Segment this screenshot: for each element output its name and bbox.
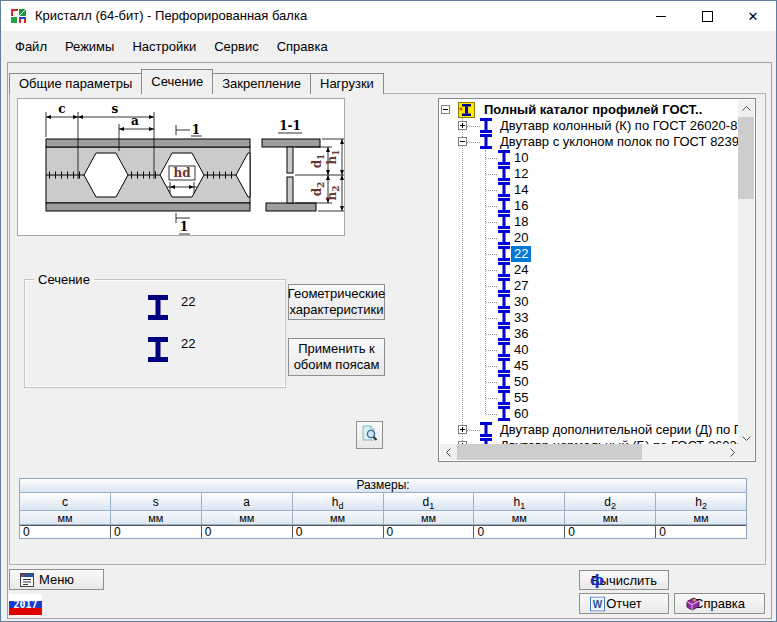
tree-connector: [486, 350, 497, 351]
tree-item-label[interactable]: 40: [511, 342, 531, 358]
tree-item-label[interactable]: 12: [511, 166, 531, 182]
upper-section-value: 22: [181, 294, 195, 309]
tree-item[interactable]: 55: [440, 390, 739, 406]
table-value-cell[interactable]: 0: [565, 525, 656, 538]
tree-collapse-icon[interactable]: [458, 137, 467, 146]
menu-button[interactable]: Меню: [9, 569, 104, 590]
geometry-characteristics-button[interactable]: Геометрическиехарактеристики: [288, 284, 385, 320]
table-values-row: 00000000: [20, 525, 746, 538]
tree-item-label[interactable]: 14: [511, 182, 531, 198]
maximize-button[interactable]: [684, 1, 730, 31]
menu-settings[interactable]: Настройки: [123, 36, 205, 57]
apply-to-both-chords-button[interactable]: Применить кобоим поясам: [288, 338, 385, 376]
report-button[interactable]: W Отчет: [579, 593, 669, 614]
minimize-button[interactable]: [638, 1, 684, 31]
tree-item[interactable]: 24: [440, 262, 739, 278]
tab-general-params[interactable]: Общие параметры: [9, 73, 142, 94]
table-value-cell[interactable]: 0: [474, 525, 565, 538]
table-col-header: h2: [656, 493, 746, 511]
tree-connector: [486, 238, 497, 239]
tree-item-label[interactable]: Двутавр дополнительной серии (Д) по ГОСТ…: [497, 422, 739, 438]
tree-item[interactable]: 50: [440, 374, 739, 390]
table-unit-cell: мм: [202, 511, 293, 525]
help-button[interactable]: Справка: [674, 593, 765, 614]
lower-section-beam-icon: [147, 336, 169, 366]
tree-item-label[interactable]: 24: [511, 262, 531, 278]
table-value-cell[interactable]: 0: [111, 525, 202, 538]
profile-catalog-tree: Полный каталог профилей ГОСТ..Двутавр ко…: [438, 98, 756, 462]
tree-horizontal-scrollbar[interactable]: [440, 444, 740, 460]
tree-item[interactable]: 33: [440, 310, 739, 326]
vscroll-thumb[interactable]: [738, 117, 754, 199]
tree-item-label[interactable]: 22: [511, 246, 531, 262]
tree-item[interactable]: Двутавр дополнительной серии (Д) по ГОСТ…: [440, 422, 739, 438]
scroll-left-button[interactable]: [440, 444, 456, 460]
tree-item[interactable]: 36: [440, 326, 739, 342]
tab-loads[interactable]: Нагрузки: [310, 73, 384, 94]
word-report-icon: W: [590, 596, 605, 611]
tree-item-label[interactable]: 33: [511, 310, 531, 326]
dim-label-h2: h2: [325, 186, 341, 201]
tree-item-label[interactable]: 16: [511, 198, 531, 214]
tree-item[interactable]: 14: [440, 182, 739, 198]
tree-item[interactable]: 22: [440, 246, 739, 262]
tree-item[interactable]: Двутавр с уклоном полок по ГОСТ 8239-89: [440, 134, 739, 150]
tree-item-label[interactable]: 50: [511, 374, 531, 390]
table-value-cell[interactable]: 0: [202, 525, 293, 538]
tree-item[interactable]: 10: [440, 150, 739, 166]
menu-file[interactable]: Файл: [6, 36, 56, 57]
tree-item[interactable]: 18: [440, 214, 739, 230]
tree-item[interactable]: 40: [440, 342, 739, 358]
tree-item[interactable]: 16: [440, 198, 739, 214]
tree-vertical-scrollbar[interactable]: [738, 100, 754, 446]
table-header-row: csahdd1h1d2h2: [20, 493, 746, 511]
tab-section[interactable]: Сечение: [141, 69, 213, 94]
preview-button[interactable]: [356, 421, 383, 449]
tree-item[interactable]: Двутавр колонный (К) по ГОСТ 26020-83: [440, 118, 739, 134]
dim-label-a: a: [131, 114, 139, 128]
tree-item-label[interactable]: 27: [511, 278, 531, 294]
hscroll-thumb[interactable]: [457, 444, 642, 460]
tree-item[interactable]: 12: [440, 166, 739, 182]
menu-help[interactable]: Справка: [268, 36, 337, 57]
calculate-button[interactable]: ϕ Вычислить: [579, 570, 669, 590]
tree-item[interactable]: 30: [440, 294, 739, 310]
table-value-cell[interactable]: 0: [293, 525, 384, 538]
menu-service[interactable]: Сервис: [205, 36, 268, 57]
tree-item[interactable]: 27: [440, 278, 739, 294]
tree-item-label[interactable]: 18: [511, 214, 531, 230]
table-value-cell[interactable]: 0: [384, 525, 475, 538]
tree-item-label[interactable]: 30: [511, 294, 531, 310]
table-value-cell[interactable]: 0: [656, 525, 746, 538]
tree-item-label[interactable]: 36: [511, 326, 531, 342]
tree-item-label[interactable]: 10: [511, 150, 531, 166]
close-button[interactable]: ✕: [730, 1, 776, 31]
tree-expand-icon[interactable]: [458, 121, 467, 130]
tree-connector: [486, 302, 497, 303]
tree-connector: [486, 382, 497, 383]
table-value-cell[interactable]: 0: [20, 525, 111, 538]
tree-item-label[interactable]: 55: [511, 390, 531, 406]
menu-modes[interactable]: Режимы: [56, 36, 123, 57]
scroll-up-button[interactable]: [738, 100, 754, 116]
tree-item-label[interactable]: 45: [511, 358, 531, 374]
tree-item[interactable]: Полный каталог профилей ГОСТ..: [440, 102, 739, 118]
tree-item-label[interactable]: 20: [511, 230, 531, 246]
tree-expand-icon[interactable]: [458, 425, 467, 434]
tree-collapse-icon[interactable]: [441, 105, 450, 114]
tree-item[interactable]: 20: [440, 230, 739, 246]
dim-label-s: s: [112, 102, 119, 116]
year-badge: 2017: [9, 594, 42, 615]
tab-supports[interactable]: Закрепление: [212, 73, 311, 94]
tree-item-label[interactable]: 60: [511, 406, 531, 422]
tree-item[interactable]: 60: [440, 406, 739, 422]
dim-label-hd: hd: [173, 166, 191, 180]
tree-item-label[interactable]: Двутавр с уклоном полок по ГОСТ 8239-89: [497, 134, 739, 150]
tree-item-label[interactable]: Полный каталог профилей ГОСТ..: [481, 102, 705, 118]
tree-connector: [486, 158, 497, 159]
table-col-header: s: [111, 493, 202, 511]
help-book-icon: [685, 596, 701, 611]
table-unit-cell: мм: [474, 511, 565, 525]
tree-item[interactable]: 45: [440, 358, 739, 374]
tree-item-label[interactable]: Двутавр колонный (К) по ГОСТ 26020-83: [497, 118, 739, 134]
